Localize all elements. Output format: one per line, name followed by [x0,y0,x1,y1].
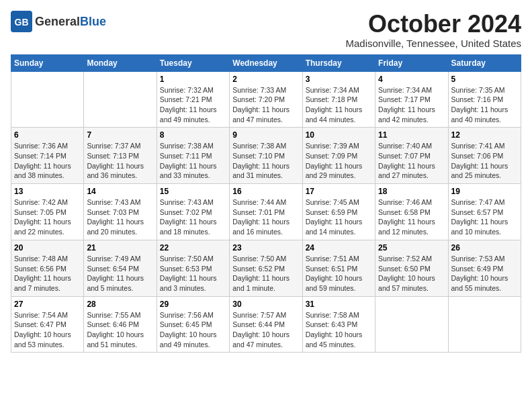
day-info: Sunrise: 7:44 AMSunset: 7:01 PMDaylight:… [232,197,299,237]
day-number: 2 [232,75,299,84]
day-info: Sunrise: 7:47 AMSunset: 6:57 PMDaylight:… [451,197,518,237]
calendar-week-row: 27Sunrise: 7:54 AMSunset: 6:47 PMDayligh… [11,296,521,353]
calendar-day-cell: 11Sunrise: 7:40 AMSunset: 7:07 PMDayligh… [375,128,448,184]
day-number: 13 [14,187,81,196]
calendar-week-row: 6Sunrise: 7:36 AMSunset: 7:14 PMDaylight… [11,128,521,184]
calendar-day-cell: 18Sunrise: 7:46 AMSunset: 6:58 PMDayligh… [375,184,448,240]
calendar-day-cell: 28Sunrise: 7:55 AMSunset: 6:46 PMDayligh… [84,296,157,353]
calendar-day-cell: 21Sunrise: 7:49 AMSunset: 6:54 PMDayligh… [84,240,157,296]
calendar-day-cell: 3Sunrise: 7:34 AMSunset: 7:18 PMDaylight… [302,71,375,128]
calendar-week-row: 1Sunrise: 7:32 AMSunset: 7:21 PMDaylight… [11,71,521,128]
day-info: Sunrise: 7:36 AMSunset: 7:14 PMDaylight:… [14,141,81,181]
calendar-day-cell: 19Sunrise: 7:47 AMSunset: 6:57 PMDayligh… [448,184,521,240]
calendar-day-cell [375,296,448,353]
day-number: 9 [232,130,299,140]
logo: GB GeneralBlue [11,11,106,32]
logo-general: General [35,15,80,28]
calendar-day-cell: 23Sunrise: 7:50 AMSunset: 6:52 PMDayligh… [230,240,302,296]
logo-blue: Blue [80,15,106,28]
day-info: Sunrise: 7:53 AMSunset: 6:49 PMDaylight:… [451,254,518,293]
page-header: GB GeneralBlue October 2024 Madisonville… [11,11,521,49]
day-header-sunday: Sunday [11,54,84,71]
calendar-day-cell: 6Sunrise: 7:36 AMSunset: 7:14 PMDaylight… [11,128,84,184]
day-number: 3 [306,75,372,84]
day-header-monday: Monday [84,54,157,71]
calendar-table: SundayMondayTuesdayWednesdayThursdayFrid… [11,54,521,353]
calendar-week-row: 13Sunrise: 7:42 AMSunset: 7:05 PMDayligh… [11,184,521,240]
day-number: 20 [14,243,81,253]
calendar-day-cell: 7Sunrise: 7:37 AMSunset: 7:13 PMDaylight… [84,128,157,184]
calendar-day-cell: 13Sunrise: 7:42 AMSunset: 7:05 PMDayligh… [11,184,84,240]
day-info: Sunrise: 7:56 AMSunset: 6:45 PMDaylight:… [160,310,226,350]
day-info: Sunrise: 7:35 AMSunset: 7:16 PMDaylight:… [451,85,518,125]
calendar-day-cell: 20Sunrise: 7:48 AMSunset: 6:56 PMDayligh… [11,240,84,296]
day-number: 23 [232,243,299,253]
day-info: Sunrise: 7:50 AMSunset: 6:53 PMDaylight:… [160,254,226,293]
calendar-day-cell [84,71,157,128]
day-info: Sunrise: 7:37 AMSunset: 7:13 PMDaylight:… [87,141,153,181]
day-info: Sunrise: 7:58 AMSunset: 6:43 PMDaylight:… [306,310,372,350]
calendar-day-cell [448,296,521,353]
day-info: Sunrise: 7:32 AMSunset: 7:21 PMDaylight:… [160,85,226,125]
title-block: October 2024 Madisonville, Tennessee, Un… [345,11,521,49]
calendar-day-cell: 22Sunrise: 7:50 AMSunset: 6:53 PMDayligh… [157,240,229,296]
month-title: October 2024 [345,11,521,38]
day-info: Sunrise: 7:42 AMSunset: 7:05 PMDaylight:… [14,197,81,237]
day-info: Sunrise: 7:45 AMSunset: 6:59 PMDaylight:… [306,197,372,237]
day-number: 30 [232,300,299,309]
day-info: Sunrise: 7:57 AMSunset: 6:44 PMDaylight:… [232,310,299,350]
day-number: 11 [378,130,445,140]
day-number: 16 [232,187,299,196]
calendar-day-cell: 2Sunrise: 7:33 AMSunset: 7:20 PMDaylight… [230,71,302,128]
logo-icon: GB [11,11,32,32]
calendar-day-cell: 27Sunrise: 7:54 AMSunset: 6:47 PMDayligh… [11,296,84,353]
calendar-week-row: 20Sunrise: 7:48 AMSunset: 6:56 PMDayligh… [11,240,521,296]
day-info: Sunrise: 7:39 AMSunset: 7:09 PMDaylight:… [306,141,372,181]
day-number: 12 [451,130,518,140]
day-number: 7 [87,130,153,140]
logo-text: GeneralBlue [35,15,106,29]
day-number: 10 [306,130,372,140]
calendar-day-cell: 25Sunrise: 7:52 AMSunset: 6:50 PMDayligh… [375,240,448,296]
calendar-day-cell: 5Sunrise: 7:35 AMSunset: 7:16 PMDaylight… [448,71,521,128]
day-number: 22 [160,243,226,253]
day-number: 18 [378,187,445,196]
day-info: Sunrise: 7:55 AMSunset: 6:46 PMDaylight:… [87,310,153,350]
calendar-day-cell [11,71,84,128]
day-number: 31 [306,300,372,309]
calendar-day-cell: 15Sunrise: 7:43 AMSunset: 7:02 PMDayligh… [157,184,229,240]
day-number: 14 [87,187,153,196]
day-info: Sunrise: 7:43 AMSunset: 7:03 PMDaylight:… [87,197,153,237]
day-number: 21 [87,243,153,253]
day-number: 26 [451,243,518,253]
day-info: Sunrise: 7:54 AMSunset: 6:47 PMDaylight:… [14,310,81,350]
day-info: Sunrise: 7:51 AMSunset: 6:51 PMDaylight:… [306,254,372,293]
day-header-friday: Friday [375,54,448,71]
day-info: Sunrise: 7:40 AMSunset: 7:07 PMDaylight:… [378,141,445,181]
day-number: 1 [160,75,226,84]
svg-text:GB: GB [15,17,29,28]
day-number: 5 [451,75,518,84]
day-number: 6 [14,130,81,140]
day-number: 29 [160,300,226,309]
day-info: Sunrise: 7:52 AMSunset: 6:50 PMDaylight:… [378,254,445,293]
calendar-day-cell: 16Sunrise: 7:44 AMSunset: 7:01 PMDayligh… [230,184,302,240]
day-header-saturday: Saturday [448,54,521,71]
day-number: 8 [160,130,226,140]
calendar-day-cell: 30Sunrise: 7:57 AMSunset: 6:44 PMDayligh… [230,296,302,353]
calendar-day-cell: 29Sunrise: 7:56 AMSunset: 6:45 PMDayligh… [157,296,229,353]
calendar-day-cell: 26Sunrise: 7:53 AMSunset: 6:49 PMDayligh… [448,240,521,296]
calendar-day-cell: 24Sunrise: 7:51 AMSunset: 6:51 PMDayligh… [302,240,375,296]
day-header-wednesday: Wednesday [230,54,302,71]
day-number: 4 [378,75,445,84]
location: Madisonville, Tennessee, United States [345,38,521,49]
calendar-day-cell: 12Sunrise: 7:41 AMSunset: 7:06 PMDayligh… [448,128,521,184]
calendar-day-cell: 14Sunrise: 7:43 AMSunset: 7:03 PMDayligh… [84,184,157,240]
day-info: Sunrise: 7:48 AMSunset: 6:56 PMDaylight:… [14,254,81,293]
day-info: Sunrise: 7:50 AMSunset: 6:52 PMDaylight:… [232,254,299,293]
calendar-day-cell: 10Sunrise: 7:39 AMSunset: 7:09 PMDayligh… [302,128,375,184]
day-number: 17 [306,187,372,196]
day-info: Sunrise: 7:34 AMSunset: 7:18 PMDaylight:… [306,85,372,125]
day-info: Sunrise: 7:38 AMSunset: 7:11 PMDaylight:… [160,141,226,181]
calendar-day-cell: 31Sunrise: 7:58 AMSunset: 6:43 PMDayligh… [302,296,375,353]
